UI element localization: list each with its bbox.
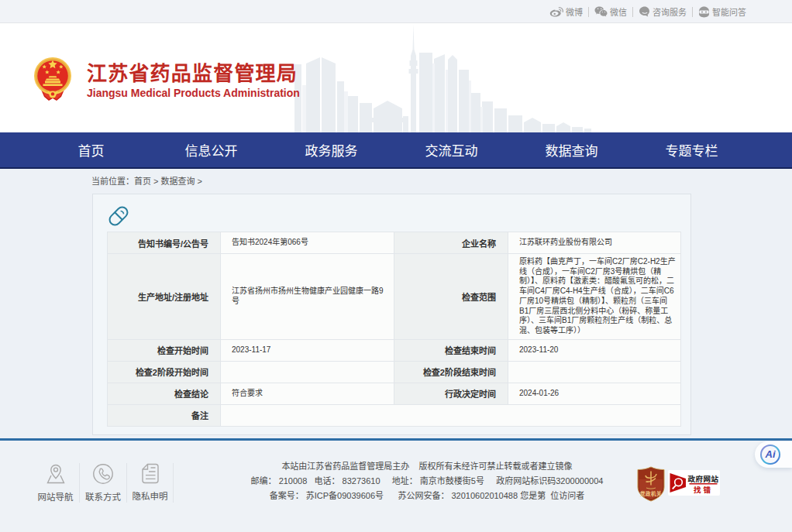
svg-text:找错: 找错 (694, 486, 713, 494)
svg-text:政府网站: 政府网站 (687, 475, 718, 483)
svg-text:党政机关: 党政机关 (640, 490, 662, 497)
